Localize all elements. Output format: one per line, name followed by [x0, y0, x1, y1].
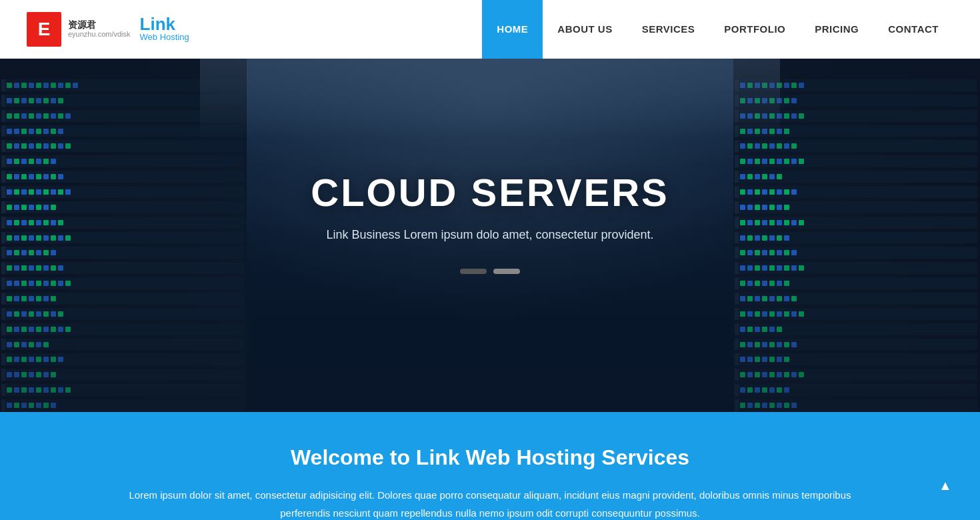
welcome-section: Welcome to Link Web Hosting Services Lor…	[0, 412, 980, 520]
logo-icon: E	[27, 12, 61, 47]
nav-contact[interactable]: CONTACT	[873, 0, 953, 59]
logo-hosting-text: Web Hosting	[140, 33, 189, 42]
scroll-top-button[interactable]: ▲	[931, 471, 960, 500]
logo-chinese: 资源君	[68, 19, 131, 31]
nav-services[interactable]: SERVICES	[627, 0, 710, 59]
logo-text: 资源君 eyunzhu.com/vdisk	[68, 19, 131, 39]
header: E 资源君 eyunzhu.com/vdisk Link Web Hosting…	[0, 0, 980, 59]
hero-section: CLOUD SERVERS Link Business Lorem ipsum …	[0, 59, 980, 412]
nav-portfolio[interactable]: PORTFOLIO	[709, 0, 800, 59]
hero-subtitle: Link Business Lorem ipsum dolo amet, con…	[326, 228, 653, 242]
hero-title: CLOUD SERVERS	[311, 170, 669, 215]
nav-pricing[interactable]: PRICING	[800, 0, 873, 59]
hero-dots	[460, 269, 520, 274]
logo-sub: eyunzhu.com/vdisk	[68, 30, 131, 39]
welcome-title: Welcome to Link Web Hosting Services	[27, 445, 953, 470]
hero-dot-1[interactable]	[460, 269, 487, 274]
main-nav: HOME ABOUT US SERVICES PORTFOLIO PRICING…	[482, 0, 953, 59]
welcome-body: Lorem ipsum dolor sit amet, consectetur …	[123, 486, 857, 520]
logo-link-text: Link	[140, 15, 189, 33]
logo-area: E 资源君 eyunzhu.com/vdisk Link Web Hosting	[27, 12, 189, 47]
nav-about[interactable]: ABOUT US	[543, 0, 627, 59]
hero-content: CLOUD SERVERS Link Business Lorem ipsum …	[0, 59, 980, 412]
nav-home[interactable]: HOME	[482, 0, 543, 59]
hero-dot-2[interactable]	[493, 269, 520, 274]
scroll-top-icon: ▲	[939, 478, 952, 493]
